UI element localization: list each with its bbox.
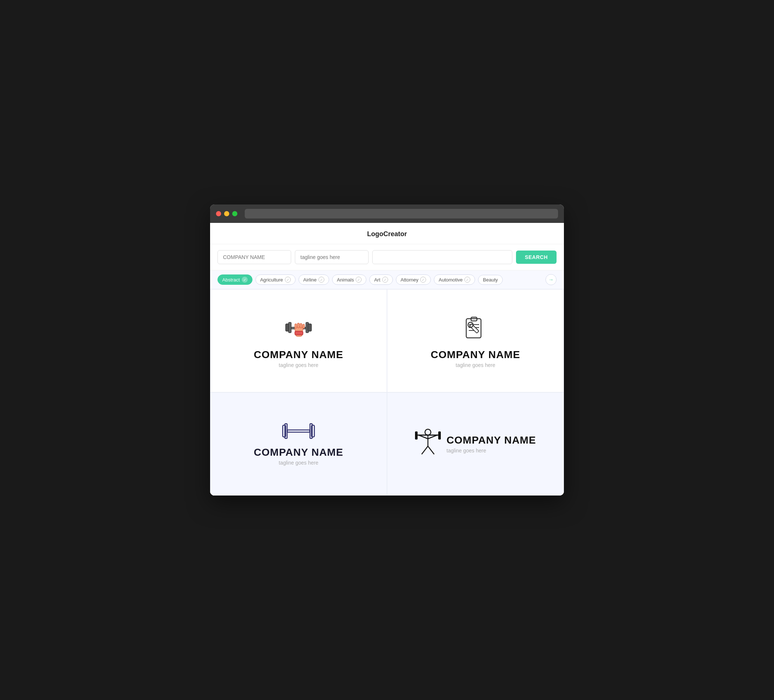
- category-beauty[interactable]: Beauty: [478, 275, 502, 285]
- svg-rect-4: [308, 324, 311, 331]
- svg-rect-7: [295, 324, 297, 328]
- search-bar: SEARCH: [210, 244, 564, 271]
- svg-rect-24: [311, 425, 314, 437]
- attorney-check-icon: ✓: [420, 277, 426, 282]
- svg-line-33: [428, 446, 434, 454]
- automotive-check-icon: ✓: [465, 277, 470, 282]
- logo-card-2[interactable]: COMPANY NAME tagline goes here: [387, 289, 564, 392]
- svg-line-32: [422, 446, 428, 454]
- lifter-icon: [415, 428, 441, 459]
- logo-card-1-inner: COMPANY NAME tagline goes here: [254, 314, 344, 368]
- category-animals[interactable]: Animals ✓: [332, 274, 366, 285]
- logo-3-tagline: tagline goes here: [279, 460, 318, 466]
- category-beauty-label: Beauty: [483, 277, 498, 282]
- category-abstract-label: Abstract: [222, 277, 240, 282]
- art-check-icon: ✓: [382, 277, 388, 282]
- clipboard-icon: [461, 314, 490, 345]
- search-button[interactable]: SEARCH: [516, 251, 557, 264]
- category-agriculture-label: Agriculture: [260, 277, 283, 282]
- company-name-input[interactable]: [217, 250, 291, 264]
- minimize-button[interactable]: [224, 211, 229, 216]
- logo-3-company-name: COMPANY NAME: [254, 447, 344, 458]
- svg-rect-11: [295, 331, 303, 335]
- logo-4-company-name: COMPANY NAME: [447, 434, 536, 446]
- url-bar[interactable]: [245, 209, 558, 218]
- logo-1-tagline: tagline goes here: [279, 362, 318, 368]
- svg-rect-22: [287, 430, 310, 432]
- category-airline[interactable]: Airline ✓: [299, 274, 329, 285]
- category-airline-label: Airline: [303, 277, 317, 282]
- logo-card-4-inner: COMPANY NAME tagline goes here: [415, 428, 536, 459]
- browser-window: LogoCreator SEARCH Abstract ✓ Agricultur…: [210, 205, 564, 495]
- category-art[interactable]: Art ✓: [369, 274, 393, 285]
- category-attorney-label: Attorney: [401, 277, 418, 282]
- categories-next-arrow[interactable]: →: [546, 274, 557, 285]
- maximize-button[interactable]: [232, 211, 237, 216]
- category-art-label: Art: [374, 277, 380, 282]
- svg-rect-30: [415, 431, 418, 439]
- airline-check-icon: ✓: [318, 277, 324, 282]
- logo-card-1[interactable]: COMPANY NAME tagline goes here: [210, 289, 387, 392]
- svg-rect-9: [300, 324, 302, 328]
- svg-rect-31: [438, 431, 441, 439]
- logo-2-company-name: COMPANY NAME: [431, 349, 521, 361]
- dumbbell-outline-icon: [282, 422, 315, 442]
- tagline-input[interactable]: [295, 250, 369, 264]
- logo-4-tagline: tagline goes here: [447, 447, 536, 454]
- logo-card-4[interactable]: COMPANY NAME tagline goes here: [387, 392, 564, 495]
- category-automotive-label: Automotive: [438, 277, 463, 282]
- category-bar: Abstract ✓ Agriculture ✓ Airline ✓ Anima…: [210, 271, 564, 289]
- category-abstract[interactable]: Abstract ✓: [217, 274, 253, 285]
- category-attorney[interactable]: Attorney ✓: [396, 274, 431, 285]
- app-title: LogoCreator: [367, 230, 407, 238]
- logo-card-2-inner: COMPANY NAME tagline goes here: [431, 314, 521, 368]
- extra-search-input[interactable]: [372, 250, 512, 264]
- svg-rect-1: [289, 322, 291, 333]
- abstract-check-icon: ✓: [242, 277, 248, 282]
- dumbbell-colorful-icon: [284, 314, 313, 345]
- logo-4-text-area: COMPANY NAME tagline goes here: [447, 434, 536, 454]
- svg-rect-10: [303, 324, 304, 328]
- logo-card-3[interactable]: COMPANY NAME tagline goes here: [210, 392, 387, 495]
- logo-1-company-name: COMPANY NAME: [254, 349, 344, 361]
- svg-point-25: [425, 429, 431, 435]
- app-header: LogoCreator: [210, 223, 564, 244]
- app-content: LogoCreator SEARCH Abstract ✓ Agricultur…: [210, 223, 564, 495]
- logo-card-3-inner: COMPANY NAME tagline goes here: [254, 422, 344, 466]
- logo-grid: COMPANY NAME tagline goes here: [210, 289, 564, 495]
- animals-check-icon: ✓: [356, 277, 362, 282]
- category-animals-label: Animals: [337, 277, 354, 282]
- close-button[interactable]: [216, 211, 221, 216]
- svg-rect-17: [470, 324, 479, 333]
- agriculture-check-icon: ✓: [285, 277, 291, 282]
- svg-rect-8: [298, 323, 299, 328]
- category-agriculture[interactable]: Agriculture ✓: [255, 274, 296, 285]
- logo-2-tagline: tagline goes here: [456, 362, 495, 368]
- category-automotive[interactable]: Automotive ✓: [434, 274, 475, 285]
- browser-titlebar: [210, 205, 564, 223]
